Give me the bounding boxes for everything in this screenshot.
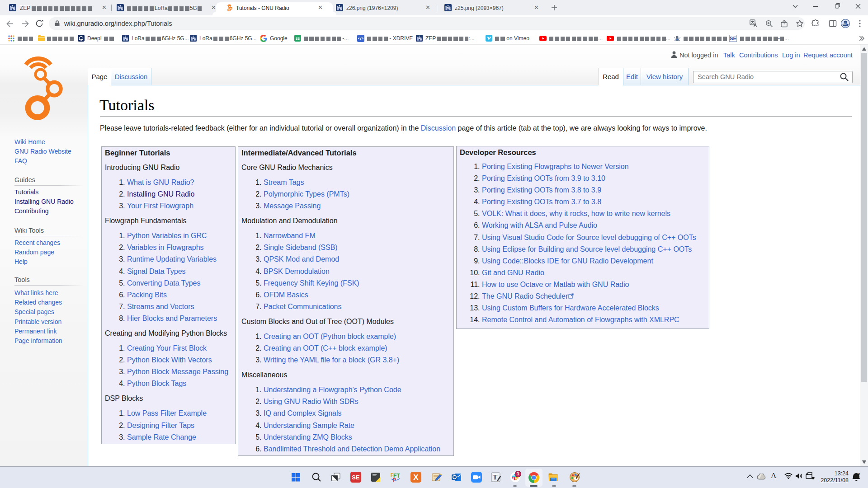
svg-text:T: T [493, 474, 497, 481]
svg-text:X: X [413, 473, 419, 482]
svg-text:SE: SE [352, 474, 360, 481]
svg-text:z: z [858, 472, 860, 476]
svg-text:ZEP: ZEP [842, 22, 849, 25]
svg-text:SE: SE [730, 36, 737, 41]
